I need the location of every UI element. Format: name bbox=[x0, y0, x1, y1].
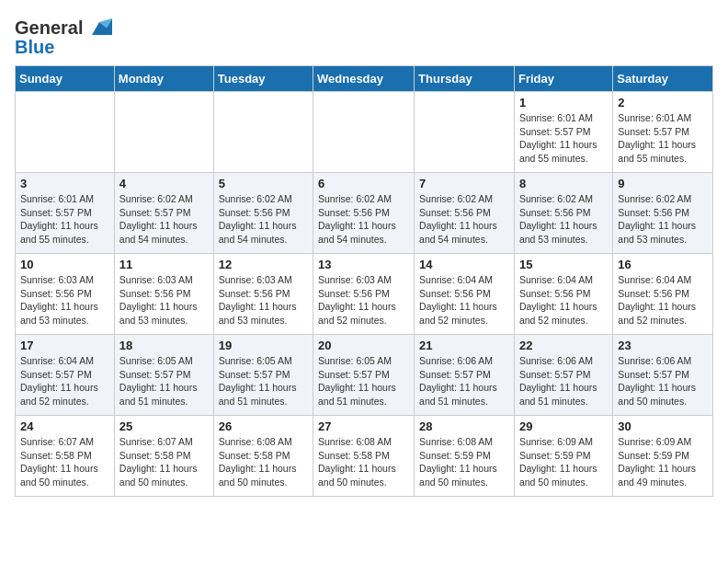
day-number: 24 bbox=[20, 419, 109, 433]
calendar-cell: 1Sunrise: 6:01 AMSunset: 5:57 PMDaylight… bbox=[514, 92, 612, 173]
day-number: 11 bbox=[119, 258, 209, 271]
calendar-cell: 30Sunrise: 6:09 AMSunset: 5:59 PMDayligh… bbox=[613, 416, 713, 497]
calendar-cell: 28Sunrise: 6:08 AMSunset: 5:59 PMDayligh… bbox=[415, 416, 515, 497]
day-number: 13 bbox=[318, 258, 409, 271]
day-number: 6 bbox=[318, 177, 409, 190]
day-number: 27 bbox=[318, 419, 409, 433]
day-number: 21 bbox=[419, 339, 509, 352]
day-info: Sunrise: 6:06 AMSunset: 5:57 PMDaylight:… bbox=[419, 354, 509, 408]
day-info: Sunrise: 6:07 AMSunset: 5:58 PMDaylight:… bbox=[20, 435, 109, 489]
calendar-cell bbox=[213, 92, 313, 173]
day-info: Sunrise: 6:02 AMSunset: 5:56 PMDaylight:… bbox=[419, 192, 509, 247]
day-info: Sunrise: 6:09 AMSunset: 5:59 PMDaylight:… bbox=[519, 435, 608, 489]
day-info: Sunrise: 6:02 AMSunset: 5:57 PMDaylight:… bbox=[119, 192, 209, 247]
day-info: Sunrise: 6:04 AMSunset: 5:56 PMDaylight:… bbox=[519, 273, 608, 327]
weekday-header-wednesday: Wednesday bbox=[313, 66, 415, 92]
day-number: 12 bbox=[219, 258, 308, 271]
calendar-cell: 6Sunrise: 6:02 AMSunset: 5:56 PMDaylight… bbox=[313, 173, 415, 254]
calendar-cell: 29Sunrise: 6:09 AMSunset: 5:59 PMDayligh… bbox=[514, 416, 612, 497]
weekday-header-row: SundayMondayTuesdayWednesdayThursdayFrid… bbox=[16, 66, 713, 92]
day-info: Sunrise: 6:06 AMSunset: 5:57 PMDaylight:… bbox=[519, 354, 608, 408]
day-info: Sunrise: 6:02 AMSunset: 5:56 PMDaylight:… bbox=[219, 192, 308, 247]
day-number: 1 bbox=[519, 96, 608, 109]
day-info: Sunrise: 6:05 AMSunset: 5:57 PMDaylight:… bbox=[219, 354, 308, 408]
day-info: Sunrise: 6:03 AMSunset: 5:56 PMDaylight:… bbox=[20, 273, 109, 327]
day-info: Sunrise: 6:02 AMSunset: 5:56 PMDaylight:… bbox=[618, 192, 708, 247]
day-number: 10 bbox=[20, 258, 109, 271]
calendar-week-row: 3Sunrise: 6:01 AMSunset: 5:57 PMDaylight… bbox=[16, 173, 713, 254]
calendar-cell: 3Sunrise: 6:01 AMSunset: 5:57 PMDaylight… bbox=[16, 173, 115, 254]
day-info: Sunrise: 6:02 AMSunset: 5:56 PMDaylight:… bbox=[318, 192, 409, 247]
day-info: Sunrise: 6:03 AMSunset: 5:56 PMDaylight:… bbox=[119, 273, 209, 327]
calendar-cell: 8Sunrise: 6:02 AMSunset: 5:56 PMDaylight… bbox=[514, 173, 612, 254]
day-number: 30 bbox=[618, 419, 708, 433]
day-info: Sunrise: 6:03 AMSunset: 5:56 PMDaylight:… bbox=[219, 273, 308, 327]
day-number: 9 bbox=[618, 177, 708, 190]
day-info: Sunrise: 6:05 AMSunset: 5:57 PMDaylight:… bbox=[318, 354, 409, 408]
day-info: Sunrise: 6:01 AMSunset: 5:57 PMDaylight:… bbox=[20, 192, 109, 247]
weekday-header-friday: Friday bbox=[514, 66, 612, 92]
calendar-cell bbox=[415, 92, 515, 173]
day-number: 25 bbox=[119, 419, 209, 433]
day-number: 26 bbox=[219, 419, 308, 433]
calendar-cell bbox=[16, 92, 115, 173]
calendar-cell: 20Sunrise: 6:05 AMSunset: 5:57 PMDayligh… bbox=[313, 335, 415, 416]
day-number: 29 bbox=[519, 419, 608, 433]
calendar-cell: 13Sunrise: 6:03 AMSunset: 5:56 PMDayligh… bbox=[313, 254, 415, 335]
weekday-header-saturday: Saturday bbox=[613, 66, 713, 92]
calendar-week-row: 1Sunrise: 6:01 AMSunset: 5:57 PMDaylight… bbox=[16, 92, 713, 173]
day-info: Sunrise: 6:01 AMSunset: 5:57 PMDaylight:… bbox=[618, 111, 708, 166]
calendar-cell: 24Sunrise: 6:07 AMSunset: 5:58 PMDayligh… bbox=[16, 416, 115, 497]
calendar-cell: 23Sunrise: 6:06 AMSunset: 5:57 PMDayligh… bbox=[613, 335, 713, 416]
calendar-week-row: 24Sunrise: 6:07 AMSunset: 5:58 PMDayligh… bbox=[16, 416, 713, 497]
day-number: 28 bbox=[419, 419, 509, 433]
day-info: Sunrise: 6:02 AMSunset: 5:56 PMDaylight:… bbox=[519, 192, 608, 247]
calendar-cell: 19Sunrise: 6:05 AMSunset: 5:57 PMDayligh… bbox=[213, 335, 313, 416]
weekday-header-tuesday: Tuesday bbox=[213, 66, 313, 92]
day-info: Sunrise: 6:08 AMSunset: 5:58 PMDaylight:… bbox=[318, 435, 409, 489]
calendar-cell: 14Sunrise: 6:04 AMSunset: 5:56 PMDayligh… bbox=[415, 254, 515, 335]
calendar-cell: 22Sunrise: 6:06 AMSunset: 5:57 PMDayligh… bbox=[514, 335, 612, 416]
calendar-cell: 11Sunrise: 6:03 AMSunset: 5:56 PMDayligh… bbox=[114, 254, 213, 335]
logo: General Blue bbox=[15, 15, 112, 58]
calendar-cell: 26Sunrise: 6:08 AMSunset: 5:58 PMDayligh… bbox=[213, 416, 313, 497]
day-info: Sunrise: 6:04 AMSunset: 5:56 PMDaylight:… bbox=[618, 273, 708, 327]
day-number: 5 bbox=[219, 177, 308, 190]
calendar-cell bbox=[114, 92, 213, 173]
day-info: Sunrise: 6:04 AMSunset: 5:57 PMDaylight:… bbox=[20, 354, 109, 408]
day-info: Sunrise: 6:04 AMSunset: 5:56 PMDaylight:… bbox=[419, 273, 509, 327]
day-info: Sunrise: 6:07 AMSunset: 5:58 PMDaylight:… bbox=[119, 435, 209, 489]
day-number: 15 bbox=[519, 258, 608, 271]
day-number: 23 bbox=[618, 339, 708, 352]
day-info: Sunrise: 6:08 AMSunset: 5:59 PMDaylight:… bbox=[419, 435, 509, 489]
calendar-week-row: 17Sunrise: 6:04 AMSunset: 5:57 PMDayligh… bbox=[16, 335, 713, 416]
calendar-cell: 2Sunrise: 6:01 AMSunset: 5:57 PMDaylight… bbox=[613, 92, 713, 173]
day-number: 17 bbox=[20, 339, 109, 352]
calendar-cell: 10Sunrise: 6:03 AMSunset: 5:56 PMDayligh… bbox=[16, 254, 115, 335]
day-number: 22 bbox=[519, 339, 608, 352]
calendar-week-row: 10Sunrise: 6:03 AMSunset: 5:56 PMDayligh… bbox=[16, 254, 713, 335]
day-number: 2 bbox=[618, 96, 708, 109]
calendar-cell: 21Sunrise: 6:06 AMSunset: 5:57 PMDayligh… bbox=[415, 335, 515, 416]
weekday-header-monday: Monday bbox=[114, 66, 213, 92]
weekday-header-sunday: Sunday bbox=[16, 66, 115, 92]
calendar-cell: 27Sunrise: 6:08 AMSunset: 5:58 PMDayligh… bbox=[313, 416, 415, 497]
calendar-cell: 18Sunrise: 6:05 AMSunset: 5:57 PMDayligh… bbox=[114, 335, 213, 416]
day-number: 7 bbox=[419, 177, 509, 190]
day-number: 19 bbox=[219, 339, 308, 352]
calendar-cell: 7Sunrise: 6:02 AMSunset: 5:56 PMDaylight… bbox=[415, 173, 515, 254]
calendar-cell: 9Sunrise: 6:02 AMSunset: 5:56 PMDaylight… bbox=[613, 173, 713, 254]
calendar-cell bbox=[313, 92, 415, 173]
page-header: General Blue bbox=[15, 15, 713, 58]
day-info: Sunrise: 6:06 AMSunset: 5:57 PMDaylight:… bbox=[618, 354, 708, 408]
calendar-cell: 25Sunrise: 6:07 AMSunset: 5:58 PMDayligh… bbox=[114, 416, 213, 497]
day-number: 18 bbox=[119, 339, 209, 352]
day-number: 16 bbox=[618, 258, 708, 271]
day-number: 8 bbox=[519, 177, 608, 190]
day-number: 3 bbox=[20, 177, 109, 190]
calendar-cell: 16Sunrise: 6:04 AMSunset: 5:56 PMDayligh… bbox=[613, 254, 713, 335]
calendar-cell: 5Sunrise: 6:02 AMSunset: 5:56 PMDaylight… bbox=[213, 173, 313, 254]
day-number: 4 bbox=[119, 177, 209, 190]
day-number: 14 bbox=[419, 258, 509, 271]
calendar-cell: 12Sunrise: 6:03 AMSunset: 5:56 PMDayligh… bbox=[213, 254, 313, 335]
